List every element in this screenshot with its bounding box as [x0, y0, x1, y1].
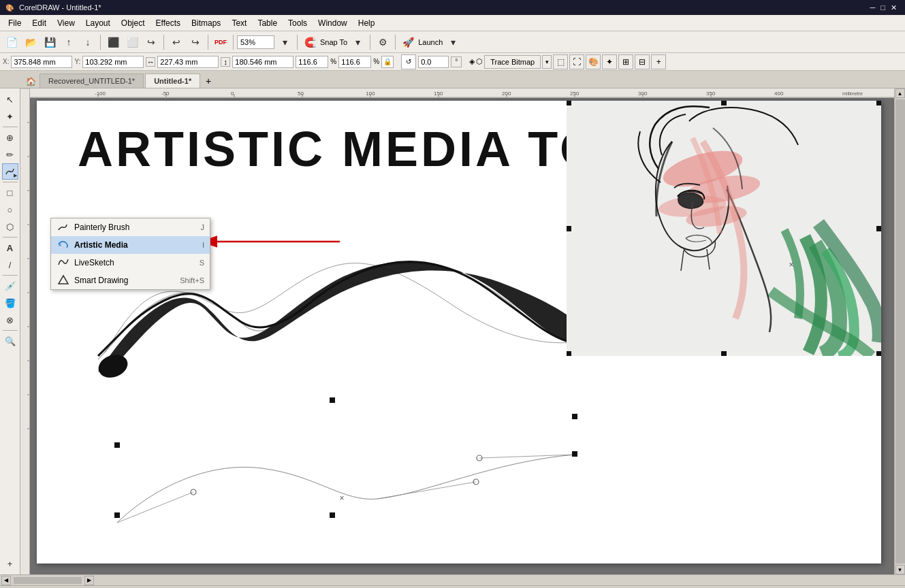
smart-drawing-item[interactable]: Smart Drawing Shift+S [51, 272, 210, 289]
painterly-icon [57, 221, 70, 234]
artistic-media-item[interactable]: Artistic Media I [51, 236, 210, 254]
add-tool[interactable]: + [2, 555, 18, 572]
menu-help[interactable]: Help [353, 17, 381, 29]
artwork-panel: × [567, 101, 881, 356]
ellipse-tool[interactable]: ○ [2, 201, 18, 218]
publish-btn[interactable]: ↑ [60, 33, 78, 51]
pdf-btn[interactable]: PDF [212, 33, 229, 51]
options-btn[interactable]: ⚙ [374, 33, 392, 51]
scroll-hthumb[interactable] [14, 577, 82, 584]
transform-tool[interactable]: ⊕ [2, 129, 18, 146]
select-tool[interactable]: ↖ [2, 91, 18, 108]
zoom-dropdown[interactable]: ▾ [276, 33, 293, 51]
rect-tool[interactable]: □ [2, 184, 18, 201]
new-btn[interactable]: 📄 [3, 33, 20, 51]
tab-untitled[interactable]: Untitled-1* [145, 74, 200, 88]
scrollbar-right[interactable]: ▲ ▼ [894, 88, 905, 574]
snap-label: Snap To [320, 38, 347, 46]
tab-untitled-label: Untitled-1* [154, 77, 191, 85]
scroll-right-btn[interactable]: ▶ [84, 576, 94, 585]
svg-text:300: 300 [638, 91, 648, 97]
face-artwork-svg: × [567, 101, 881, 356]
menu-file[interactable]: File [3, 17, 27, 29]
blend-tool[interactable]: ⊗ [2, 312, 18, 328]
straighten-btn[interactable]: ⬚ [553, 54, 568, 69]
handle-tr [876, 101, 881, 105]
menu-bitmaps[interactable]: Bitmaps [186, 17, 226, 29]
scroll-down-btn[interactable]: ▼ [895, 565, 905, 574]
scroll-left-btn[interactable]: ◀ [1, 576, 11, 585]
menu-table[interactable]: Table [252, 17, 283, 29]
color-btn[interactable]: 🎨 [586, 54, 601, 69]
tab-recovered[interactable]: Recovered_UNTITLED-1* [39, 74, 144, 88]
connector-tool[interactable]: / [2, 257, 18, 273]
tool-sep1 [3, 127, 18, 127]
crop-btn[interactable]: ⛶ [569, 54, 584, 69]
fill-tool[interactable]: 🪣 [2, 295, 18, 311]
snap-btn[interactable]: 🧲 [301, 33, 319, 51]
effects-btn[interactable]: ✦ [602, 54, 617, 69]
scroll-thumb[interactable] [895, 99, 905, 564]
svg-text:50: 50 [298, 91, 304, 97]
lock-btn[interactable]: 🔒 [381, 56, 394, 68]
add-tab-btn[interactable]: + [202, 74, 215, 88]
x-input[interactable] [11, 56, 72, 68]
menu-tools[interactable]: Tools [283, 17, 313, 29]
publish2-btn[interactable]: ↓ [79, 33, 97, 51]
zoom-input[interactable] [237, 35, 274, 49]
menu-edit[interactable]: Edit [27, 17, 52, 29]
import-btn[interactable]: ⬛ [104, 33, 122, 51]
menu-effects[interactable]: Effects [150, 17, 186, 29]
close-btn[interactable]: ✕ [891, 3, 897, 12]
polygon-tool[interactable]: ⬡ [2, 218, 18, 235]
launch-dropdown[interactable]: ▾ [444, 33, 462, 51]
layers-btn[interactable]: ⊟ [635, 54, 650, 69]
artistic-key: I [202, 241, 204, 249]
freehand-tool[interactable]: ✏ [2, 146, 18, 163]
y-input[interactable] [82, 56, 144, 68]
livesketch-item[interactable]: LiveSketch S [51, 254, 210, 272]
trace-bitmap-btn[interactable]: Trace Bitmap [484, 55, 541, 69]
width-input[interactable] [157, 56, 219, 68]
open-btn[interactable]: 📂 [22, 33, 39, 51]
plus-btn[interactable]: + [651, 54, 666, 69]
export2-btn[interactable]: ↪ [142, 33, 160, 51]
scrollbar-bottom[interactable]: ◀ ▶ [0, 574, 905, 585]
redo-btn[interactable]: ↪ [187, 33, 204, 51]
node-tool[interactable]: ✦ [2, 108, 18, 125]
sep3 [208, 35, 208, 50]
save-btn[interactable]: 💾 [41, 33, 59, 51]
pct-label1: % [330, 58, 336, 65]
snap-dropdown[interactable]: ▾ [349, 33, 366, 51]
export-btn[interactable]: ⬜ [123, 33, 141, 51]
text-tool[interactable]: A [2, 240, 18, 256]
svg-text:-50: -50 [161, 91, 170, 97]
menu-layout[interactable]: Layout [80, 17, 116, 29]
arrow-annotation [210, 231, 347, 254]
painterly-brush-item[interactable]: Painterly Brush J [51, 218, 210, 236]
height-input[interactable] [232, 56, 293, 68]
maximize-btn[interactable]: □ [880, 3, 885, 12]
artistic-media-tool[interactable]: ▶ [2, 163, 18, 180]
trace-dropdown[interactable]: ▾ [542, 55, 552, 69]
angle-input[interactable] [418, 56, 449, 68]
minimize-btn[interactable]: ─ [870, 3, 876, 12]
svg-marker-63 [59, 276, 68, 284]
path-handles-svg: × [71, 380, 588, 529]
wpct-input[interactable] [296, 56, 328, 68]
menu-view[interactable]: View [52, 17, 80, 29]
adjust-btn[interactable]: ⊞ [618, 54, 633, 69]
menu-text[interactable]: Text [226, 17, 252, 29]
menu-object[interactable]: Object [116, 17, 150, 29]
menu-window[interactable]: Window [313, 17, 353, 29]
launch-btn[interactable]: 🚀 [399, 33, 417, 51]
rotate-btn[interactable]: ↺ [401, 54, 416, 69]
hpct-input[interactable] [338, 56, 371, 68]
toolbox: ↖ ✦ ⊕ ✏ ▶ □ ○ ⬡ A / 💉 🪣 ⊗ 🔍 + [0, 88, 20, 574]
zoom-tool[interactable]: 🔍 [2, 333, 18, 349]
svg-text:150: 150 [434, 91, 443, 97]
undo-btn[interactable]: ↩ [168, 33, 185, 51]
eyedropper-tool[interactable]: 💉 [2, 278, 18, 294]
livesketch-icon [57, 257, 70, 270]
scroll-up-btn[interactable]: ▲ [895, 88, 905, 98]
